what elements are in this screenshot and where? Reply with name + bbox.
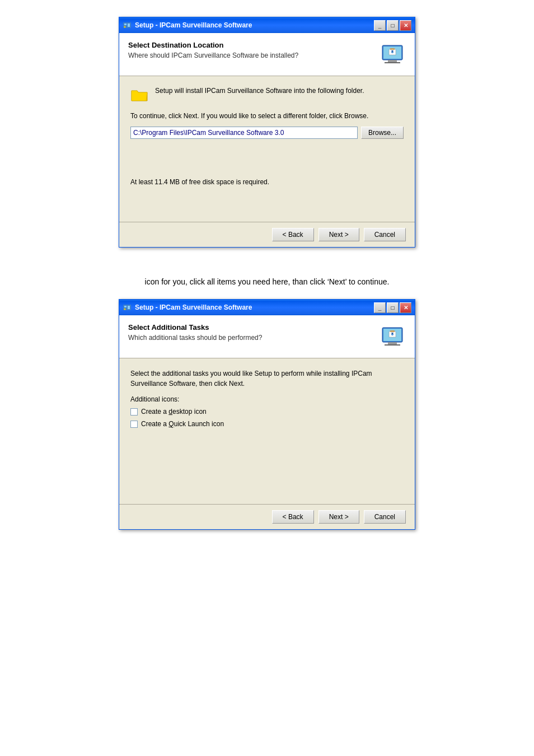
quick-launch-checkbox-row: Create a Quick Launch icon [130,420,404,428]
maximize-button-1[interactable]: □ [387,20,399,31]
folder-icon [130,87,148,103]
dialog-2: Setup - IPCam Surveillance Software _ □ … [119,299,415,530]
path-row: Browse... [130,127,404,139]
dialog-header-subtitle-1: Where should IPCam Surveillance Software… [128,52,379,59]
maximize-button-2[interactable]: □ [387,302,399,313]
desktop-icon-label: Create a desktop icon [141,408,207,416]
dialog-header-subtitle-2: Which additional tasks should be perform… [128,334,379,342]
interlude-text: icon for you, click all items you need h… [22,264,512,299]
svg-rect-2 [128,24,130,27]
dialog-header-2: Select Additional Tasks Which additional… [119,315,415,358]
quick-launch-checkbox[interactable] [130,421,138,428]
dialog-body-2: Select Additional Tasks Which additional… [119,315,415,529]
dialog-content-2: Select the additional tasks you would li… [119,358,415,504]
cancel-button-1[interactable]: Cancel [364,228,406,241]
title-bar-2: Setup - IPCam Surveillance Software _ □ … [119,300,415,315]
dialog-header-text-2: Select Additional Tasks Which additional… [128,323,379,342]
svg-point-16 [124,309,126,310]
dialog-header-title-1: Select Destination Location [128,41,379,49]
minimize-button-2[interactable]: _ [374,302,386,313]
info-text-1: Setup will install IPCam Surveillance So… [155,86,364,96]
back-button-1[interactable]: < Back [272,228,314,241]
desktop-icon-checkbox-row: Create a desktop icon [130,408,404,416]
app-icon-2 [123,303,132,312]
cancel-button-2[interactable]: Cancel [364,510,406,524]
back-button-2[interactable]: < Back [272,510,314,524]
additional-icons-label: Additional icons: [130,395,404,403]
svg-point-3 [124,26,126,28]
disk-space-text: At least 11.4 MB of free disk space is r… [130,144,404,186]
next-button-1[interactable]: Next > [318,228,359,241]
minimize-button-1[interactable]: _ [374,20,386,31]
svg-rect-14 [124,306,127,307]
svg-rect-22 [390,330,395,332]
continue-text: To continue, click Next. If you would li… [130,111,404,121]
title-bar-1: Setup - IPCam Surveillance Software _ □ … [119,17,415,33]
wizard-icon-2 [379,323,406,350]
task-description: Select the additional tasks you would li… [130,368,404,389]
dialog-footer-2: < Back Next > Cancel [119,504,415,529]
path-input[interactable] [130,127,358,139]
browse-button[interactable]: Browse... [361,127,404,139]
svg-rect-19 [388,342,397,344]
quick-launch-label: Create a Quick Launch icon [141,420,224,428]
svg-rect-20 [385,344,400,346]
dialog-header-1: Select Destination Location Where should… [119,33,415,76]
dialog-footer-1: < Back Next > Cancel [119,222,415,247]
app-icon-1 [123,21,132,30]
close-button-1[interactable]: ✕ [400,20,411,31]
wizard-icon-1 [379,41,406,68]
title-bar-buttons-2: _ □ ✕ [374,302,411,313]
dialog-1: Setup - IPCam Surveillance Software _ □ … [119,17,415,248]
dialog-header-title-2: Select Additional Tasks [128,323,379,332]
dialog-title-2: Setup - IPCam Surveillance Software [135,304,374,311]
svg-rect-6 [388,60,397,62]
svg-rect-7 [385,62,400,63]
next-button-2[interactable]: Next > [318,510,359,524]
close-button-2[interactable]: ✕ [400,302,411,313]
svg-rect-15 [128,306,130,309]
dialog-body-1: Select Destination Location Where should… [119,33,415,247]
svg-rect-1 [124,24,127,25]
desktop-icon-checkbox[interactable] [130,408,138,416]
dialog-header-text-1: Select Destination Location Where should… [128,41,379,59]
dialog-content-1: Setup will install IPCam Surveillance So… [119,76,415,222]
svg-rect-9 [390,48,395,50]
title-bar-buttons-1: _ □ ✕ [374,20,411,31]
dialog-title-1: Setup - IPCam Surveillance Software [135,21,374,29]
info-row-1: Setup will install IPCam Surveillance So… [130,86,404,103]
